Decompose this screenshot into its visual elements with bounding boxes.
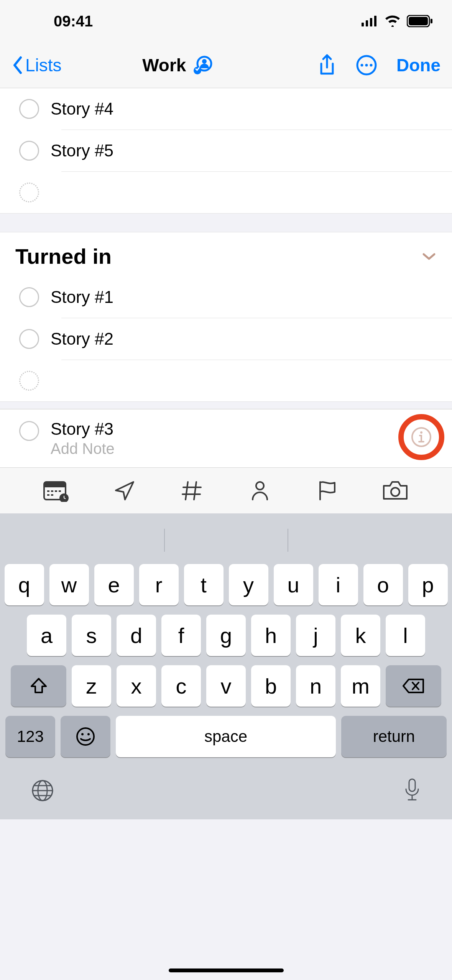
globe-icon[interactable] xyxy=(31,779,54,802)
location-button[interactable] xyxy=(109,480,140,502)
share-icon[interactable] xyxy=(317,54,337,77)
nav-bar: Lists Work Done xyxy=(0,42,452,88)
svg-point-8 xyxy=(202,59,207,64)
home-indicator[interactable] xyxy=(169,968,284,972)
key-n[interactable]: n xyxy=(296,665,335,707)
key-row-4: 123 space return xyxy=(0,711,452,762)
backspace-key[interactable] xyxy=(386,665,441,707)
key-o[interactable]: o xyxy=(363,564,403,605)
reminder-title[interactable]: Story #3 xyxy=(51,419,437,439)
mic-icon[interactable] xyxy=(403,778,421,804)
emoji-key[interactable] xyxy=(61,716,110,757)
more-icon[interactable] xyxy=(356,54,377,76)
date-button[interactable] xyxy=(41,480,72,502)
svg-rect-23 xyxy=(51,494,53,496)
svg-point-11 xyxy=(361,64,363,66)
key-l[interactable]: l xyxy=(386,615,425,656)
svg-rect-19 xyxy=(51,490,53,492)
section-title: Turned in xyxy=(15,244,112,269)
info-icon[interactable] xyxy=(411,426,432,448)
reminder-title: Story #1 xyxy=(51,288,113,307)
svg-rect-1 xyxy=(366,20,368,26)
shift-key[interactable] xyxy=(11,665,66,707)
reminder-title: Story #2 xyxy=(51,329,113,349)
completion-circle[interactable] xyxy=(19,287,39,307)
svg-rect-18 xyxy=(47,490,49,492)
section-separator xyxy=(0,213,452,232)
chevron-down-icon[interactable] xyxy=(421,252,437,261)
flag-button[interactable] xyxy=(312,480,343,502)
completion-circle[interactable] xyxy=(19,99,39,119)
key-v[interactable]: v xyxy=(206,665,246,707)
reminder-item[interactable]: Story #4 xyxy=(0,88,452,130)
reminder-item[interactable]: Story #1 xyxy=(0,276,452,318)
svg-rect-31 xyxy=(409,779,415,791)
new-reminder-placeholder[interactable] xyxy=(0,360,452,401)
keyboard-footer xyxy=(0,762,452,819)
svg-rect-22 xyxy=(47,494,49,496)
shared-icon[interactable] xyxy=(192,54,214,76)
key-r[interactable]: r xyxy=(139,564,179,605)
key-a[interactable]: a xyxy=(27,615,66,656)
camera-button[interactable] xyxy=(380,480,411,501)
svg-rect-6 xyxy=(431,19,432,23)
key-h[interactable]: h xyxy=(251,615,291,656)
suggestion-bar[interactable] xyxy=(0,521,452,559)
placeholder-circle xyxy=(19,371,39,391)
section-header[interactable]: Turned in xyxy=(0,232,452,276)
key-b[interactable]: b xyxy=(251,665,291,707)
svg-rect-20 xyxy=(55,490,57,492)
keyboard: q w e r t y u i o p a s d f g h j k l z … xyxy=(0,513,452,819)
key-y[interactable]: y xyxy=(229,564,268,605)
key-t[interactable]: t xyxy=(184,564,224,605)
svg-rect-5 xyxy=(409,17,428,25)
key-p[interactable]: p xyxy=(408,564,448,605)
svg-point-26 xyxy=(391,488,399,496)
key-w[interactable]: w xyxy=(49,564,89,605)
placeholder-circle xyxy=(19,183,39,202)
reminder-title: Story #5 xyxy=(51,141,113,160)
completion-circle[interactable] xyxy=(19,141,39,161)
key-k[interactable]: k xyxy=(341,615,380,656)
key-j[interactable]: j xyxy=(296,615,335,656)
key-f[interactable]: f xyxy=(161,615,201,656)
completion-circle[interactable] xyxy=(19,421,39,441)
done-button[interactable]: Done xyxy=(396,55,440,76)
tag-button[interactable] xyxy=(177,480,207,502)
space-key[interactable]: space xyxy=(116,716,336,757)
editing-reminder[interactable]: Story #3 Add Note xyxy=(0,409,452,467)
key-u[interactable]: u xyxy=(274,564,313,605)
svg-rect-3 xyxy=(374,16,376,26)
reminder-item[interactable]: Story #2 xyxy=(0,318,452,360)
assign-button[interactable] xyxy=(245,480,275,502)
key-s[interactable]: s xyxy=(72,615,111,656)
person-icon xyxy=(249,480,271,502)
section-separator xyxy=(0,401,452,409)
key-x[interactable]: x xyxy=(117,665,156,707)
key-i[interactable]: i xyxy=(319,564,358,605)
list-title: Work xyxy=(142,55,186,76)
key-row-2: a s d f g h j k l xyxy=(0,610,452,661)
key-q[interactable]: q xyxy=(5,564,44,605)
completion-circle[interactable] xyxy=(19,329,39,349)
reminder-item[interactable]: Story #5 xyxy=(0,130,452,171)
key-z[interactable]: z xyxy=(72,665,111,707)
key-e[interactable]: e xyxy=(94,564,134,605)
suggestion-divider xyxy=(164,529,165,552)
camera-icon xyxy=(382,480,408,501)
add-note-field[interactable]: Add Note xyxy=(51,440,437,457)
key-d[interactable]: d xyxy=(117,615,156,656)
new-reminder-placeholder[interactable] xyxy=(0,172,452,213)
key-c[interactable]: c xyxy=(161,665,201,707)
key-g[interactable]: g xyxy=(206,615,246,656)
key-m[interactable]: m xyxy=(341,665,380,707)
svg-rect-0 xyxy=(362,23,364,26)
reminder-toolbar xyxy=(0,467,452,513)
backspace-icon xyxy=(403,678,425,694)
numbers-key[interactable]: 123 xyxy=(5,716,55,757)
battery-icon xyxy=(407,15,433,27)
section-list: Story #1 Story #2 xyxy=(0,276,452,401)
status-indicators xyxy=(362,15,433,27)
flag-icon xyxy=(316,480,339,502)
return-key[interactable]: return xyxy=(341,716,447,757)
